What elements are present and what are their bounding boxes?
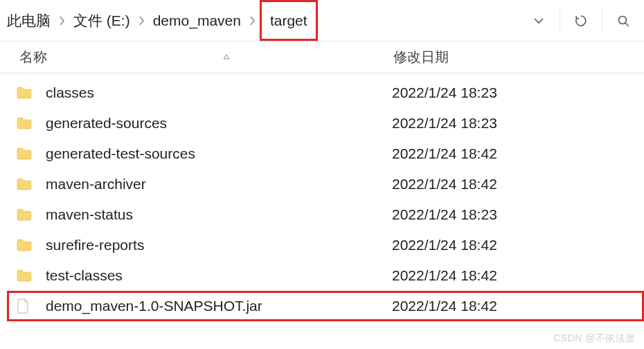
- folder-icon: [17, 178, 46, 190]
- item-date: 2022/1/24 18:42: [392, 176, 497, 193]
- chevron-right-icon: [55, 16, 69, 26]
- item-name: test-classes: [46, 267, 392, 284]
- item-date: 2022/1/24 18:42: [392, 145, 497, 162]
- sort-indicator-icon: [223, 53, 230, 62]
- file-icon: [17, 298, 46, 314]
- item-date: 2022/1/24 18:42: [392, 267, 497, 284]
- folder-icon: [17, 147, 46, 160]
- breadcrumb-segment[interactable]: target: [260, 0, 318, 41]
- address-bar: 此电脑文件 (E:)demo_maventarget: [0, 0, 644, 42]
- watermark-text: CSDN @不依法度: [553, 332, 636, 345]
- svg-point-0: [619, 16, 627, 24]
- search-button[interactable]: [602, 0, 644, 41]
- folder-row[interactable]: maven-status2022/1/24 18:23: [7, 199, 644, 230]
- svg-line-1: [625, 23, 629, 26]
- item-name: demo_maven-1.0-SNAPSHOT.jar: [46, 298, 392, 314]
- column-header-date-label: 修改日期: [393, 49, 449, 64]
- item-date: 2022/1/24 18:42: [392, 237, 497, 253]
- folder-row[interactable]: generated-test-sources2022/1/24 18:42: [7, 138, 644, 169]
- item-date: 2022/1/24 18:42: [392, 298, 497, 314]
- address-bar-buttons: [518, 0, 644, 41]
- folder-icon: [17, 208, 46, 221]
- folder-row[interactable]: test-classes2022/1/24 18:42: [7, 260, 644, 291]
- folder-icon: [17, 117, 46, 129]
- recent-locations-dropdown[interactable]: [518, 0, 560, 41]
- item-date: 2022/1/24 18:23: [392, 84, 497, 101]
- chevron-right-icon: [245, 16, 260, 26]
- refresh-button[interactable]: [560, 0, 602, 41]
- folder-icon: [17, 269, 46, 282]
- folder-icon: [17, 87, 46, 99]
- breadcrumb-segment[interactable]: 文件 (E:): [69, 0, 134, 41]
- column-headers: 名称 修改日期: [0, 42, 644, 73]
- file-list: classes2022/1/24 18:23generated-sources2…: [0, 73, 644, 321]
- folder-row[interactable]: classes2022/1/24 18:23: [7, 78, 644, 108]
- folder-row[interactable]: surefire-reports2022/1/24 18:42: [7, 230, 644, 260]
- folder-icon: [17, 239, 46, 251]
- item-name: maven-status: [46, 206, 392, 223]
- item-name: classes: [46, 84, 392, 101]
- item-name: generated-test-sources: [46, 145, 392, 162]
- column-header-name[interactable]: 名称: [19, 48, 393, 66]
- breadcrumb-segment[interactable]: demo_maven: [149, 0, 245, 41]
- breadcrumb: 此电脑文件 (E:)demo_maventarget: [3, 0, 518, 41]
- item-name: generated-sources: [46, 115, 392, 132]
- column-header-date[interactable]: 修改日期: [393, 48, 644, 66]
- item-name: surefire-reports: [46, 237, 392, 253]
- item-name: maven-archiver: [46, 176, 392, 193]
- folder-row[interactable]: generated-sources2022/1/24 18:23: [7, 108, 644, 138]
- column-header-name-label: 名称: [19, 48, 47, 66]
- chevron-right-icon: [134, 16, 149, 26]
- item-date: 2022/1/24 18:23: [392, 115, 497, 132]
- file-row[interactable]: demo_maven-1.0-SNAPSHOT.jar2022/1/24 18:…: [7, 291, 644, 321]
- breadcrumb-segment[interactable]: 此电脑: [3, 0, 55, 41]
- item-date: 2022/1/24 18:23: [392, 206, 497, 223]
- folder-row[interactable]: maven-archiver2022/1/24 18:42: [7, 169, 644, 199]
